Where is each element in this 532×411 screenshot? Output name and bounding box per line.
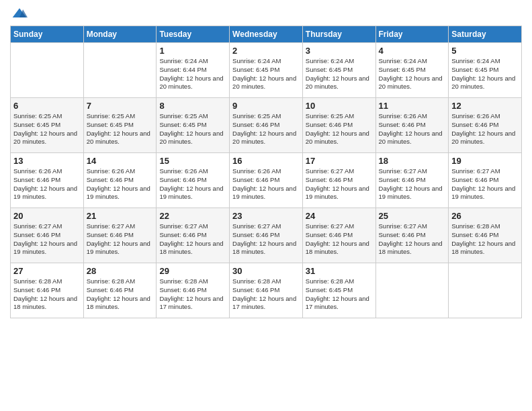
day-number: 14 bbox=[87, 156, 154, 166]
day-info: Sunrise: 6:26 AM Sunset: 6:46 PM Dayligh… bbox=[451, 112, 519, 146]
day-info: Sunrise: 6:25 AM Sunset: 6:45 PM Dayligh… bbox=[159, 112, 226, 146]
calendar-body: 1Sunrise: 6:24 AM Sunset: 6:44 PM Daylig… bbox=[11, 43, 522, 318]
calendar-cell: 13Sunrise: 6:26 AM Sunset: 6:46 PM Dayli… bbox=[11, 153, 84, 208]
calendar-cell: 10Sunrise: 6:25 AM Sunset: 6:46 PM Dayli… bbox=[302, 98, 375, 153]
calendar-cell: 3Sunrise: 6:24 AM Sunset: 6:45 PM Daylig… bbox=[302, 43, 375, 98]
weekday-header-cell: Friday bbox=[375, 26, 449, 43]
calendar-cell bbox=[83, 43, 157, 98]
day-number: 7 bbox=[87, 101, 154, 111]
calendar-week-row: 27Sunrise: 6:28 AM Sunset: 6:46 PM Dayli… bbox=[11, 263, 522, 318]
day-number: 21 bbox=[87, 211, 154, 221]
calendar-cell: 11Sunrise: 6:26 AM Sunset: 6:46 PM Dayli… bbox=[375, 98, 449, 153]
calendar-cell: 2Sunrise: 6:24 AM Sunset: 6:45 PM Daylig… bbox=[230, 43, 303, 98]
calendar-cell: 20Sunrise: 6:27 AM Sunset: 6:46 PM Dayli… bbox=[11, 208, 84, 263]
logo bbox=[10, 7, 28, 20]
day-info: Sunrise: 6:24 AM Sunset: 6:44 PM Dayligh… bbox=[159, 57, 226, 91]
calendar-cell: 26Sunrise: 6:28 AM Sunset: 6:46 PM Dayli… bbox=[449, 208, 522, 263]
day-number: 19 bbox=[451, 156, 519, 166]
calendar-cell: 18Sunrise: 6:27 AM Sunset: 6:46 PM Dayli… bbox=[375, 153, 449, 208]
day-number: 4 bbox=[379, 46, 446, 56]
day-info: Sunrise: 6:25 AM Sunset: 6:45 PM Dayligh… bbox=[87, 112, 154, 146]
day-info: Sunrise: 6:28 AM Sunset: 6:46 PM Dayligh… bbox=[87, 277, 154, 312]
calendar-cell: 17Sunrise: 6:27 AM Sunset: 6:46 PM Dayli… bbox=[302, 153, 375, 208]
day-number: 29 bbox=[159, 266, 226, 276]
calendar-cell: 22Sunrise: 6:27 AM Sunset: 6:46 PM Dayli… bbox=[157, 208, 230, 263]
day-number: 24 bbox=[306, 211, 373, 221]
weekday-header-cell: Saturday bbox=[449, 26, 522, 43]
day-info: Sunrise: 6:24 AM Sunset: 6:45 PM Dayligh… bbox=[306, 57, 373, 91]
weekday-header-cell: Tuesday bbox=[157, 26, 230, 43]
day-info: Sunrise: 6:26 AM Sunset: 6:46 PM Dayligh… bbox=[87, 167, 154, 201]
day-number: 17 bbox=[306, 156, 373, 166]
calendar-cell: 21Sunrise: 6:27 AM Sunset: 6:46 PM Dayli… bbox=[83, 208, 157, 263]
calendar-week-row: 6Sunrise: 6:25 AM Sunset: 6:45 PM Daylig… bbox=[11, 98, 522, 153]
day-info: Sunrise: 6:25 AM Sunset: 6:46 PM Dayligh… bbox=[306, 112, 373, 146]
calendar-cell: 4Sunrise: 6:24 AM Sunset: 6:45 PM Daylig… bbox=[375, 43, 449, 98]
day-number: 20 bbox=[13, 211, 81, 221]
weekday-header-cell: Monday bbox=[83, 26, 157, 43]
calendar-cell bbox=[449, 263, 522, 318]
day-info: Sunrise: 6:27 AM Sunset: 6:46 PM Dayligh… bbox=[451, 167, 519, 201]
calendar-cell: 16Sunrise: 6:26 AM Sunset: 6:46 PM Dayli… bbox=[230, 153, 303, 208]
day-info: Sunrise: 6:27 AM Sunset: 6:46 PM Dayligh… bbox=[306, 167, 373, 201]
day-number: 1 bbox=[159, 46, 226, 56]
day-info: Sunrise: 6:27 AM Sunset: 6:46 PM Dayligh… bbox=[379, 222, 446, 257]
weekday-header-cell: Wednesday bbox=[230, 26, 303, 43]
day-info: Sunrise: 6:24 AM Sunset: 6:45 PM Dayligh… bbox=[379, 57, 446, 91]
day-number: 25 bbox=[379, 211, 446, 221]
day-info: Sunrise: 6:27 AM Sunset: 6:46 PM Dayligh… bbox=[13, 222, 81, 257]
day-number: 28 bbox=[87, 266, 154, 276]
day-number: 27 bbox=[13, 266, 81, 276]
day-number: 10 bbox=[306, 101, 373, 111]
calendar-week-row: 20Sunrise: 6:27 AM Sunset: 6:46 PM Dayli… bbox=[11, 208, 522, 263]
weekday-header-cell: Sunday bbox=[11, 26, 84, 43]
day-info: Sunrise: 6:26 AM Sunset: 6:46 PM Dayligh… bbox=[379, 112, 446, 146]
calendar-cell: 31Sunrise: 6:28 AM Sunset: 6:45 PM Dayli… bbox=[302, 263, 375, 318]
day-number: 15 bbox=[159, 156, 226, 166]
calendar-cell: 5Sunrise: 6:24 AM Sunset: 6:45 PM Daylig… bbox=[449, 43, 522, 98]
day-number: 30 bbox=[232, 266, 300, 276]
day-number: 9 bbox=[232, 101, 300, 111]
calendar-cell: 6Sunrise: 6:25 AM Sunset: 6:45 PM Daylig… bbox=[11, 98, 84, 153]
calendar-cell: 7Sunrise: 6:25 AM Sunset: 6:45 PM Daylig… bbox=[83, 98, 157, 153]
calendar-cell: 8Sunrise: 6:25 AM Sunset: 6:45 PM Daylig… bbox=[157, 98, 230, 153]
day-info: Sunrise: 6:26 AM Sunset: 6:46 PM Dayligh… bbox=[159, 167, 226, 201]
day-number: 3 bbox=[306, 46, 373, 56]
calendar-cell: 14Sunrise: 6:26 AM Sunset: 6:46 PM Dayli… bbox=[83, 153, 157, 208]
day-number: 18 bbox=[379, 156, 446, 166]
day-info: Sunrise: 6:27 AM Sunset: 6:46 PM Dayligh… bbox=[159, 222, 226, 257]
day-number: 12 bbox=[451, 101, 519, 111]
day-number: 13 bbox=[13, 156, 81, 166]
calendar-cell: 30Sunrise: 6:28 AM Sunset: 6:46 PM Dayli… bbox=[230, 263, 303, 318]
day-info: Sunrise: 6:28 AM Sunset: 6:46 PM Dayligh… bbox=[232, 277, 300, 312]
calendar-cell: 15Sunrise: 6:26 AM Sunset: 6:46 PM Dayli… bbox=[157, 153, 230, 208]
day-info: Sunrise: 6:28 AM Sunset: 6:46 PM Dayligh… bbox=[159, 277, 226, 312]
calendar-cell: 9Sunrise: 6:25 AM Sunset: 6:46 PM Daylig… bbox=[230, 98, 303, 153]
calendar-cell: 25Sunrise: 6:27 AM Sunset: 6:46 PM Dayli… bbox=[375, 208, 449, 263]
day-info: Sunrise: 6:28 AM Sunset: 6:45 PM Dayligh… bbox=[306, 277, 373, 312]
calendar-cell bbox=[375, 263, 449, 318]
day-info: Sunrise: 6:24 AM Sunset: 6:45 PM Dayligh… bbox=[451, 57, 519, 91]
day-number: 6 bbox=[13, 101, 81, 111]
calendar-cell: 23Sunrise: 6:27 AM Sunset: 6:46 PM Dayli… bbox=[230, 208, 303, 263]
day-number: 26 bbox=[451, 211, 519, 221]
day-info: Sunrise: 6:27 AM Sunset: 6:46 PM Dayligh… bbox=[306, 222, 373, 257]
calendar-cell bbox=[11, 43, 84, 98]
day-number: 22 bbox=[159, 211, 226, 221]
day-info: Sunrise: 6:25 AM Sunset: 6:46 PM Dayligh… bbox=[232, 112, 300, 146]
calendar-week-row: 13Sunrise: 6:26 AM Sunset: 6:46 PM Dayli… bbox=[11, 153, 522, 208]
calendar-cell: 1Sunrise: 6:24 AM Sunset: 6:44 PM Daylig… bbox=[157, 43, 230, 98]
calendar-cell: 29Sunrise: 6:28 AM Sunset: 6:46 PM Dayli… bbox=[157, 263, 230, 318]
day-info: Sunrise: 6:25 AM Sunset: 6:45 PM Dayligh… bbox=[13, 112, 81, 146]
day-info: Sunrise: 6:26 AM Sunset: 6:46 PM Dayligh… bbox=[13, 167, 81, 201]
logo-icon bbox=[11, 7, 28, 20]
day-info: Sunrise: 6:27 AM Sunset: 6:46 PM Dayligh… bbox=[232, 222, 300, 257]
calendar-cell: 12Sunrise: 6:26 AM Sunset: 6:46 PM Dayli… bbox=[449, 98, 522, 153]
weekday-header-row: SundayMondayTuesdayWednesdayThursdayFrid… bbox=[11, 26, 522, 43]
day-info: Sunrise: 6:24 AM Sunset: 6:45 PM Dayligh… bbox=[232, 57, 300, 91]
page: SundayMondayTuesdayWednesdayThursdayFrid… bbox=[0, 0, 532, 411]
day-info: Sunrise: 6:28 AM Sunset: 6:46 PM Dayligh… bbox=[13, 277, 81, 312]
day-info: Sunrise: 6:28 AM Sunset: 6:46 PM Dayligh… bbox=[451, 222, 519, 257]
day-number: 16 bbox=[232, 156, 300, 166]
day-info: Sunrise: 6:27 AM Sunset: 6:46 PM Dayligh… bbox=[87, 222, 154, 257]
